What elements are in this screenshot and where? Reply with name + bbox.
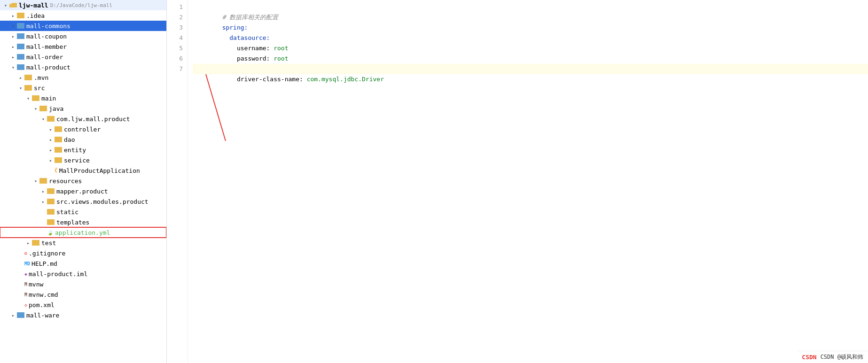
sidebar-item-mapper-product[interactable]: mapper.product [0, 186, 166, 196]
pom-label: pom.xml [29, 301, 55, 309]
main-icon [32, 95, 39, 101]
sidebar-item-templates[interactable]: templates [0, 217, 166, 227]
sidebar-item-mall-coupon[interactable]: mall-coupon [0, 31, 166, 41]
sidebar-item-src[interactable]: src [0, 83, 166, 93]
sidebar-item-pom-xml[interactable]: ◇ pom.xml [0, 300, 166, 310]
controller-icon [55, 126, 62, 132]
sidebar-item-mall-commons[interactable]: mall-commons [0, 21, 166, 31]
code-line-6: url: jdbc:mysql://121.5.155.14:3306/mall… [193, 54, 868, 64]
main-arrow [24, 96, 32, 101]
sidebar-item-mall-member[interactable]: mall-member [0, 41, 166, 52]
sidebar-item-entity[interactable]: entity [0, 145, 166, 155]
views-icon [47, 199, 55, 204]
md-icon: MD [24, 261, 30, 266]
resources-arrow [32, 178, 39, 184]
idea-label: .idea [26, 12, 45, 19]
sidebar-item-mall-product[interactable]: mall-product [0, 62, 166, 72]
resources-icon [39, 178, 47, 184]
root-label: ljw-mall [19, 2, 48, 9]
csdn-logo: CSDN [802, 354, 816, 361]
mall-ware-label: mall-ware [26, 312, 59, 319]
mall-member-arrow [9, 44, 17, 49]
com-arrow [39, 116, 47, 122]
sidebar-item-mvn[interactable]: .mvn [0, 72, 166, 83]
sidebar-item-controller[interactable]: controller [0, 124, 166, 134]
code-line-4: username: root [193, 33, 868, 43]
src-label: src [34, 85, 45, 92]
mall-coupon-label: mall-coupon [26, 33, 67, 40]
sidebar-item-test[interactable]: test [0, 238, 166, 248]
resources-label: resources [49, 178, 82, 185]
dao-label: dao [64, 136, 75, 143]
mvnw-cmd-label: mvnw.cmd [29, 291, 58, 298]
project-root[interactable]: ljw-mall D:/JavaCode/ljw-mall [0, 0, 166, 10]
dao-icon [55, 137, 62, 142]
sidebar-item-idea[interactable]: .idea [0, 10, 166, 21]
sidebar-item-mall-product-app[interactable]: C̈ MallProductApplication [0, 165, 166, 176]
src-icon [24, 85, 32, 91]
app-java-icon: C̈ [55, 168, 58, 174]
file-tree[interactable]: ljw-mall D:/JavaCode/ljw-mall .idea mall… [0, 0, 167, 363]
mall-ware-icon [17, 312, 24, 318]
test-arrow [24, 240, 32, 246]
sidebar-item-service[interactable]: service [0, 155, 166, 165]
sidebar-item-mvnw[interactable]: M mvnw [0, 279, 166, 289]
templates-icon [47, 219, 55, 225]
entity-icon [55, 147, 62, 153]
mvn-icon [24, 75, 32, 80]
sidebar-item-application-yml[interactable]: 🍃 application.yml [0, 227, 166, 238]
sidebar-item-dao[interactable]: dao [0, 134, 166, 145]
iml-label: mall-product.iml [29, 270, 87, 278]
ln-7: 7 [167, 64, 183, 74]
mall-coupon-arrow [9, 34, 17, 39]
yml-label: application.yml [55, 229, 110, 236]
root-path: D:/JavaCode/ljw-mall [50, 2, 112, 8]
sidebar-item-mall-order[interactable]: mall-order [0, 52, 166, 62]
views-arrow [39, 199, 47, 204]
ln-3: 3 [167, 23, 183, 33]
mall-ware-arrow [9, 313, 17, 318]
ln-1: 1 [167, 2, 183, 12]
templates-label: templates [56, 219, 89, 226]
entity-label: entity [64, 147, 86, 154]
mall-commons-arrow [9, 23, 17, 29]
mvn-label: .mvn [34, 74, 48, 81]
ln-5: 5 [167, 43, 183, 54]
controller-label: controller [64, 126, 101, 133]
csdn-author: CSDN @硕风和炜 [821, 353, 863, 361]
code-line-2: spring: [193, 12, 868, 23]
mvn-arrow [17, 75, 24, 80]
sidebar-item-static[interactable]: static [0, 207, 166, 217]
com-icon [47, 116, 55, 122]
sidebar-item-main[interactable]: main [0, 93, 166, 103]
static-label: static [56, 209, 78, 216]
iml-icon: ◈ [24, 271, 27, 277]
sidebar-item-java[interactable]: java [0, 103, 166, 114]
mapper-arrow [39, 189, 47, 194]
code-line-7: driver-class-name: com.mysql.jdbc.Driver [193, 64, 868, 74]
controller-arrow [47, 127, 55, 132]
sidebar-item-iml[interactable]: ◈ mall-product.iml [0, 269, 166, 279]
sidebar-item-com-ljw[interactable]: com.ljw.mall.product [0, 114, 166, 124]
sidebar-item-src-views[interactable]: src.views.modules.product [0, 196, 166, 207]
root-arrow [2, 3, 9, 8]
mall-commons-label: mall-commons [26, 23, 70, 30]
static-icon [47, 209, 55, 215]
mall-order-arrow [9, 54, 17, 60]
mall-order-icon [17, 54, 24, 60]
sidebar-item-resources[interactable]: resources [0, 176, 166, 186]
mapper-icon [47, 188, 55, 194]
mvnw-cmd-icon: M [24, 292, 27, 297]
java-label: java [49, 105, 63, 112]
code-content[interactable]: # 数据库相关的配置 spring: datasource: username:… [188, 0, 868, 363]
sidebar-item-gitignore[interactable]: ⚙ .gitignore [0, 248, 166, 258]
sidebar-item-help-md[interactable]: MD HELP.md [0, 258, 166, 269]
yml-icon: 🍃 [47, 230, 54, 236]
sidebar-item-mvnw-cmd[interactable]: M mvnw.cmd [0, 289, 166, 300]
src-arrow [17, 85, 24, 91]
idea-folder-icon [17, 13, 24, 18]
sidebar-item-mall-ware[interactable]: mall-ware [0, 310, 166, 320]
ln-4: 4 [167, 33, 183, 43]
code-line-3: datasource: [193, 23, 868, 33]
java-arrow [32, 106, 39, 111]
